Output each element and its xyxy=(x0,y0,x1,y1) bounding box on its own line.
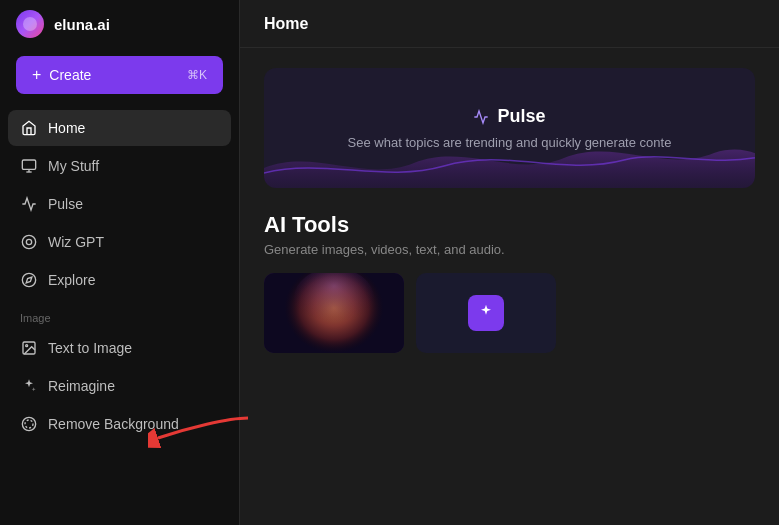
ai-tools-section: AI Tools Generate images, videos, text, … xyxy=(264,212,755,353)
create-shortcut: ⌘K xyxy=(187,68,207,82)
svg-point-4 xyxy=(26,239,31,244)
pulse-card-subtitle: See what topics are trending and quickly… xyxy=(348,135,672,150)
explore-icon xyxy=(20,271,38,289)
home-label: Home xyxy=(48,120,85,136)
sidebar-header: eluna.ai xyxy=(0,0,239,48)
pulse-card[interactable]: Pulse See what topics are trending and q… xyxy=(264,68,755,188)
svg-point-10 xyxy=(25,420,33,428)
home-icon xyxy=(20,119,38,137)
ai-tools-subtitle: Generate images, videos, text, and audio… xyxy=(264,242,755,257)
ai-tools-title: AI Tools xyxy=(264,212,755,238)
pulse-card-title: Pulse xyxy=(473,106,545,127)
sidebar-item-pulse[interactable]: Pulse xyxy=(8,186,231,222)
sidebar-item-my-stuff[interactable]: My Stuff xyxy=(8,148,231,184)
wiz-gpt-icon xyxy=(20,233,38,251)
page-title: Home xyxy=(264,15,308,33)
sidebar-item-remove-background[interactable]: Remove Background xyxy=(8,406,231,442)
my-stuff-label: My Stuff xyxy=(48,158,99,174)
svg-marker-6 xyxy=(26,277,32,283)
app-name: eluna.ai xyxy=(54,16,110,33)
tool-card-image xyxy=(264,273,404,353)
tool-card-2[interactable] xyxy=(416,273,556,353)
sidebar-item-wiz-gpt[interactable]: Wiz GPT xyxy=(8,224,231,260)
sidebar: eluna.ai + Create ⌘K Home xyxy=(0,0,240,525)
logo-inner-circle xyxy=(23,17,37,31)
main-header: Home xyxy=(240,0,779,48)
svg-rect-0 xyxy=(22,160,35,169)
sidebar-item-home[interactable]: Home xyxy=(8,110,231,146)
main-body: Pulse See what topics are trending and q… xyxy=(240,48,779,525)
wiz-gpt-label: Wiz GPT xyxy=(48,234,104,250)
text-to-image-icon xyxy=(20,339,38,357)
tools-grid xyxy=(264,273,755,353)
reimagine-label: Reimagine xyxy=(48,378,115,394)
reimagine-icon xyxy=(20,377,38,395)
nav-section: Home My Stuff Pulse xyxy=(0,110,239,525)
svg-point-5 xyxy=(22,273,35,286)
face-svg xyxy=(264,273,404,353)
main-content: Home Pulse See what topics a xyxy=(240,0,779,525)
remove-background-label: Remove Background xyxy=(48,416,179,432)
explore-label: Explore xyxy=(48,272,95,288)
sidebar-item-text-to-image[interactable]: Text to Image xyxy=(8,330,231,366)
tool-icon-badge xyxy=(468,295,504,331)
remove-background-icon xyxy=(20,415,38,433)
tool-card-1[interactable] xyxy=(264,273,404,353)
pulse-label: Pulse xyxy=(48,196,83,212)
logo-icon xyxy=(16,10,44,38)
create-label: Create xyxy=(49,67,91,83)
image-section-label: Image xyxy=(8,300,231,330)
plus-icon: + xyxy=(32,66,41,84)
svg-point-3 xyxy=(22,235,35,248)
sidebar-item-reimagine[interactable]: Reimagine xyxy=(8,368,231,404)
pulse-icon xyxy=(20,195,38,213)
tool-badge-icon xyxy=(476,303,496,323)
create-button[interactable]: + Create ⌘K xyxy=(16,56,223,94)
my-stuff-icon xyxy=(20,157,38,175)
pulse-title-icon xyxy=(473,109,489,125)
svg-point-8 xyxy=(26,345,28,347)
text-to-image-label: Text to Image xyxy=(48,340,132,356)
sidebar-item-explore[interactable]: Explore xyxy=(8,262,231,298)
